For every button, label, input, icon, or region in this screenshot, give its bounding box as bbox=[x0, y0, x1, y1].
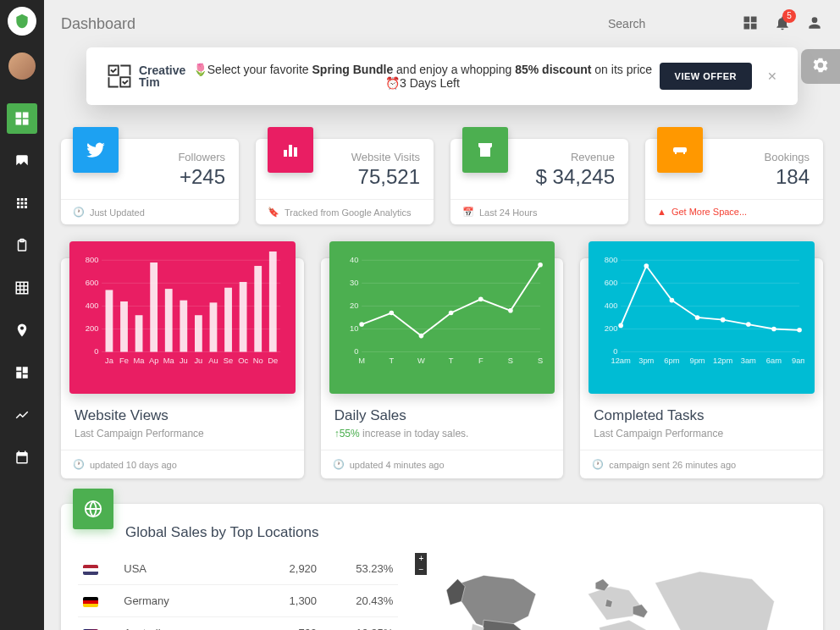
chart-tasks: 020040060080012am3pm6pm9pm12pm3am6am9am … bbox=[580, 258, 823, 478]
svg-text:Se: Se bbox=[224, 356, 233, 365]
view-offer-button[interactable]: VIEW OFFER bbox=[660, 63, 752, 90]
zoom-in-button[interactable]: + bbox=[415, 553, 427, 564]
chart-views: 0200400600800JaFeMaApMaJuJuAuSeOcNoDe We… bbox=[61, 258, 304, 478]
promo-banner: CreativeTim 🌷Select your favorite Spring… bbox=[86, 47, 798, 105]
dashboard-icon[interactable] bbox=[742, 14, 759, 34]
svg-text:400: 400 bbox=[86, 301, 99, 310]
svg-rect-22 bbox=[106, 290, 113, 351]
svg-text:3pm: 3pm bbox=[639, 356, 655, 365]
stat-bookings: Bookings184 ▲Get More Space... bbox=[645, 139, 823, 224]
svg-rect-38 bbox=[224, 288, 232, 352]
world-map[interactable]: + − bbox=[415, 553, 806, 630]
stat-followers: Followers+245 🕐Just Updated bbox=[61, 139, 239, 224]
clock-icon: 🕐 bbox=[592, 459, 604, 470]
svg-text:Ja: Ja bbox=[105, 356, 114, 365]
clock-icon: 🕐 bbox=[73, 459, 85, 470]
bar-chart-icon bbox=[268, 127, 313, 173]
svg-point-58 bbox=[389, 311, 394, 316]
banner-logo: CreativeTim bbox=[107, 64, 185, 89]
twitter-icon bbox=[73, 127, 119, 173]
nav-dashboard[interactable] bbox=[7, 103, 37, 134]
svg-text:Ma: Ma bbox=[134, 356, 146, 365]
svg-rect-40 bbox=[240, 282, 247, 352]
svg-rect-11 bbox=[294, 147, 297, 157]
svg-text:200: 200 bbox=[605, 324, 618, 333]
svg-text:600: 600 bbox=[86, 279, 99, 287]
tag-icon: 🔖 bbox=[268, 207, 279, 218]
svg-rect-24 bbox=[120, 301, 128, 352]
sales-table: USA2,92053.23%Germany1,30020.43%Australi… bbox=[78, 553, 398, 630]
banner-message: 🌷Select your favorite Spring Bundle and … bbox=[185, 63, 659, 90]
nav-image[interactable] bbox=[7, 146, 37, 176]
svg-text:T: T bbox=[448, 356, 453, 365]
page-title: Dashboard bbox=[61, 15, 135, 33]
svg-point-88 bbox=[721, 318, 726, 323]
svg-rect-44 bbox=[269, 251, 277, 352]
svg-text:0: 0 bbox=[354, 347, 358, 356]
svg-text:12pm: 12pm bbox=[713, 356, 733, 365]
svg-text:M: M bbox=[358, 356, 365, 365]
svg-text:9pm: 9pm bbox=[690, 356, 705, 365]
nav-grid[interactable] bbox=[7, 273, 37, 303]
svg-point-94 bbox=[798, 328, 803, 333]
svg-text:40: 40 bbox=[350, 256, 358, 264]
svg-text:3am: 3am bbox=[741, 356, 756, 365]
sidebar bbox=[0, 0, 44, 630]
svg-text:Ap: Ap bbox=[149, 356, 158, 365]
svg-rect-28 bbox=[150, 262, 158, 352]
svg-text:400: 400 bbox=[605, 301, 618, 310]
svg-text:T: T bbox=[389, 356, 394, 365]
svg-text:Ju: Ju bbox=[194, 356, 202, 365]
svg-text:De: De bbox=[268, 356, 278, 365]
zoom-out-button[interactable]: − bbox=[415, 564, 427, 575]
svg-point-60 bbox=[418, 334, 423, 339]
svg-text:No: No bbox=[253, 356, 263, 365]
nav-clipboard[interactable] bbox=[7, 230, 37, 261]
svg-text:S: S bbox=[507, 356, 512, 365]
weekend-icon bbox=[657, 127, 703, 173]
svg-rect-10 bbox=[289, 145, 292, 157]
world-map-svg bbox=[415, 553, 806, 630]
clock-icon: 🕐 bbox=[333, 459, 345, 470]
svg-text:200: 200 bbox=[86, 324, 99, 333]
svg-text:6am: 6am bbox=[766, 356, 782, 365]
nav-timeline[interactable] bbox=[7, 400, 37, 430]
svg-point-82 bbox=[644, 263, 649, 268]
warning-icon: ▲ bbox=[657, 207, 666, 217]
store-icon bbox=[462, 127, 508, 173]
svg-text:20: 20 bbox=[350, 301, 358, 310]
svg-text:Oc: Oc bbox=[238, 356, 248, 365]
nav-apps[interactable] bbox=[7, 188, 37, 218]
svg-text:6pm: 6pm bbox=[665, 356, 680, 365]
svg-text:S: S bbox=[538, 356, 543, 365]
line-chart: 020040060080012am3pm6pm9pm12pm3am6am9am bbox=[599, 251, 804, 370]
settings-fab[interactable] bbox=[801, 49, 840, 84]
table-row: USA2,92053.23% bbox=[78, 553, 398, 585]
table-row: Germany1,30020.43% bbox=[78, 585, 398, 617]
nav-widgets[interactable] bbox=[7, 357, 37, 388]
svg-text:Ma: Ma bbox=[163, 356, 175, 365]
search-input[interactable] bbox=[608, 17, 727, 30]
svg-text:0: 0 bbox=[614, 347, 618, 356]
svg-text:0: 0 bbox=[94, 347, 98, 356]
svg-rect-2 bbox=[16, 282, 28, 294]
banner-close-icon[interactable]: ✕ bbox=[767, 69, 777, 83]
nav-location[interactable] bbox=[7, 315, 37, 345]
nav-calendar[interactable] bbox=[7, 442, 37, 472]
svg-text:800: 800 bbox=[605, 256, 618, 264]
notifications-icon[interactable]: 5 bbox=[774, 14, 791, 34]
svg-point-86 bbox=[695, 315, 700, 320]
svg-point-92 bbox=[771, 327, 776, 332]
svg-text:F: F bbox=[478, 356, 484, 365]
svg-point-80 bbox=[619, 323, 624, 329]
svg-rect-34 bbox=[195, 315, 202, 351]
account-icon[interactable] bbox=[806, 14, 823, 34]
logo[interactable] bbox=[8, 7, 36, 36]
svg-point-68 bbox=[538, 262, 543, 268]
svg-point-62 bbox=[448, 311, 453, 316]
user-avatar[interactable] bbox=[8, 52, 36, 80]
table-row: Australia76010.35% bbox=[78, 617, 398, 631]
svg-text:9am: 9am bbox=[792, 356, 804, 365]
svg-text:W: W bbox=[417, 356, 425, 365]
globe-icon bbox=[73, 489, 113, 529]
